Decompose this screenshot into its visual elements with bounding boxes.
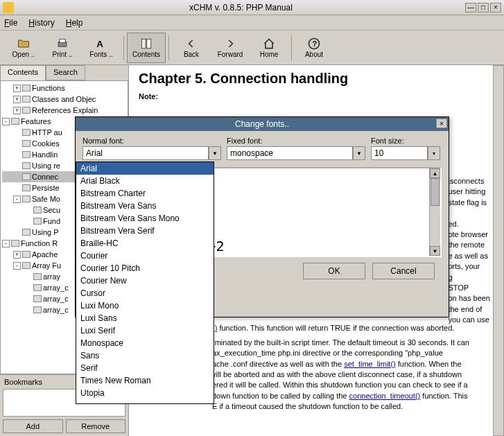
- window-titlebar: xCHM v. 0.8.5: PHP Manual — □ ×: [0, 0, 504, 15]
- font-option[interactable]: Bitstream Charter: [76, 187, 214, 200]
- tab-contents[interactable]: Contents: [0, 65, 46, 80]
- font-option[interactable]: Courier: [76, 250, 214, 262]
- add-bookmark-button[interactable]: Add: [3, 419, 63, 433]
- tree-expand-icon[interactable]: +: [13, 85, 21, 92]
- tree-expand-icon[interactable]: -: [13, 195, 21, 203]
- scroll-down-icon[interactable]: ▼: [430, 246, 440, 256]
- maximize-button[interactable]: □: [478, 3, 489, 12]
- tree-node[interactable]: +Classes and Objec: [2, 94, 126, 105]
- menu-file[interactable]: File: [4, 18, 17, 28]
- fonts-button[interactable]: A Fonts ..: [82, 33, 121, 63]
- tree-label: Function R: [21, 239, 58, 247]
- font-option[interactable]: Bitstream Vera Serif: [76, 225, 214, 237]
- font-option[interactable]: Monospace: [76, 337, 214, 349]
- about-button[interactable]: ? About: [295, 33, 333, 63]
- print-button[interactable]: Print ..: [43, 33, 82, 63]
- fonts-icon: A: [94, 37, 108, 51]
- toolbar-separator: [123, 35, 124, 60]
- tree-label: Connec: [32, 173, 58, 181]
- font-option[interactable]: Luxi Sans: [76, 312, 214, 324]
- tree-expand-icon[interactable]: -: [13, 262, 21, 270]
- font-size-input[interactable]: [371, 146, 428, 160]
- tree-expand-icon[interactable]: +: [13, 251, 21, 259]
- fixed-font-input[interactable]: [227, 146, 353, 160]
- tree-label: HTTP au: [32, 128, 62, 137]
- page-icon: [22, 151, 31, 158]
- forward-button[interactable]: Forward: [211, 33, 250, 63]
- tab-search[interactable]: Search: [46, 65, 85, 80]
- font-option[interactable]: Times New Roman: [76, 374, 214, 387]
- question-icon: ?: [307, 37, 321, 51]
- tree-node[interactable]: +References Explain: [2, 105, 126, 116]
- folder-open-icon: [17, 37, 31, 51]
- page-icon: [33, 284, 42, 291]
- font-option[interactable]: Courier New: [76, 274, 214, 287]
- font-size-spinner[interactable]: ▾: [428, 146, 440, 160]
- dialog-close-button[interactable]: ×: [436, 119, 447, 128]
- ok-button[interactable]: OK: [303, 263, 365, 279]
- menu-help[interactable]: Help: [66, 18, 83, 28]
- font-dropdown-list[interactable]: ArialArial BlackBitstream CharterBitstre…: [76, 162, 214, 404]
- note-label: Note:: [139, 92, 494, 101]
- forward-arrow-icon: [223, 37, 237, 51]
- tree-label: Safe Mo: [32, 195, 60, 203]
- normal-font-dropdown[interactable]: ▼: [209, 146, 221, 160]
- tree-label: Classes and Objec: [32, 95, 96, 103]
- font-option[interactable]: Bitstream Vera Sans Mono: [76, 212, 214, 225]
- normal-font-input[interactable]: [82, 146, 209, 160]
- font-option[interactable]: Serif: [76, 362, 214, 374]
- font-option[interactable]: Braille-HC: [76, 237, 214, 250]
- font-option[interactable]: Sans: [76, 349, 214, 362]
- home-button[interactable]: Home: [250, 33, 288, 63]
- page-icon: [22, 195, 31, 202]
- tree-label: array_c: [43, 284, 69, 292]
- content-text: the end of: [448, 304, 490, 315]
- dialog-title: Change fonts.. ×: [76, 117, 449, 131]
- tree-node[interactable]: +Functions: [2, 82, 126, 94]
- content-text: state flag is: [448, 198, 490, 208]
- content-text: e as well as: [448, 251, 490, 261]
- page-icon: [22, 184, 31, 191]
- minimize-button[interactable]: —: [465, 3, 476, 12]
- font-option[interactable]: Arial Black: [76, 175, 214, 187]
- tree-label: Using P: [32, 228, 59, 236]
- font-option[interactable]: Luxi Mono: [76, 299, 214, 312]
- font-option[interactable]: Courier 10 Pitch: [76, 262, 214, 274]
- font-option[interactable]: Arial: [76, 162, 214, 175]
- back-button[interactable]: Back: [172, 33, 211, 63]
- open-button[interactable]: Open ..: [4, 33, 43, 63]
- tree-expand-icon[interactable]: -: [2, 240, 10, 247]
- preview-scrollbar[interactable]: ▲ ▼: [429, 168, 440, 256]
- content-scrollbar[interactable]: [493, 65, 504, 436]
- tree-label: Persiste: [32, 184, 60, 192]
- toolbar: Open .. Print .. A Fonts .. Contents Bac…: [0, 30, 504, 65]
- toolbar-separator: [168, 35, 169, 60]
- app-icon: [3, 2, 14, 13]
- tree-expand-icon[interactable]: +: [13, 107, 21, 114]
- font-option[interactable]: Luxi Serif: [76, 324, 214, 337]
- close-window-button[interactable]: ×: [490, 3, 501, 12]
- content-text: g: [448, 272, 490, 283]
- font-option[interactable]: Utopia: [76, 387, 214, 399]
- tree-expand-icon[interactable]: -: [2, 118, 10, 125]
- font-option[interactable]: Cursor: [76, 287, 214, 299]
- contents-button[interactable]: Contents: [127, 33, 166, 63]
- content-text: STOP: [448, 283, 490, 293]
- link-set-time-limit[interactable]: set_time_limit(): [344, 360, 396, 368]
- content-text: isconnects: [448, 176, 490, 186]
- content-text: orts, your: [448, 261, 490, 272]
- link-connection-timeout[interactable]: connection_timeout(): [349, 392, 421, 400]
- window-title: xCHM v. 0.8.5: PHP Manual: [17, 3, 465, 12]
- tree-label: Functions: [32, 84, 65, 92]
- scroll-thumb[interactable]: [431, 178, 440, 206]
- font-option[interactable]: Bitstream Vera Sans: [76, 200, 214, 212]
- scroll-up-icon[interactable]: ▲: [430, 168, 440, 178]
- tree-expand-icon[interactable]: +: [13, 96, 21, 103]
- menu-history[interactable]: History: [28, 18, 54, 28]
- cancel-button[interactable]: Cancel: [372, 263, 435, 279]
- normal-font-label: Normal font:: [82, 137, 221, 145]
- contents-icon: [139, 37, 153, 51]
- page-icon: [33, 218, 42, 225]
- remove-bookmark-button[interactable]: Remove: [66, 419, 126, 433]
- fixed-font-dropdown[interactable]: ▼: [353, 146, 365, 160]
